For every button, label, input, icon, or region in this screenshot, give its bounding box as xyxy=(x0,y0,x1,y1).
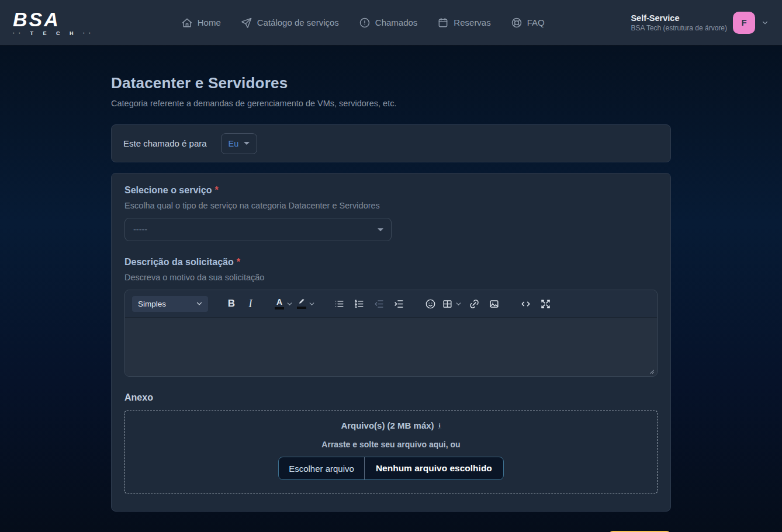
list-group xyxy=(331,295,407,312)
nav-item-catalogo[interactable]: Catálogo de serviços xyxy=(241,17,339,29)
emoji-icon[interactable] xyxy=(422,295,438,312)
chevron-down-icon[interactable] xyxy=(761,19,769,27)
nav-item-chamados[interactable]: Chamados xyxy=(359,17,418,29)
image-icon[interactable] xyxy=(486,295,502,312)
description-field-hint: Descreva o motivo da sua solicitação xyxy=(124,273,658,282)
nav-item-home[interactable]: Home xyxy=(181,17,221,29)
file-dropzone[interactable]: Arquivo(s) (2 MB máx) i Arraste e solte … xyxy=(124,411,658,493)
nav-item-reservas[interactable]: Reservas xyxy=(437,17,490,29)
bullet-list-icon[interactable] xyxy=(331,295,347,312)
highlight-color-icon[interactable] xyxy=(297,295,316,312)
calendar-icon xyxy=(437,17,449,29)
editor-content-area[interactable] xyxy=(125,318,657,376)
user-profile-name: Self-Service xyxy=(631,13,727,23)
resize-handle-icon[interactable] xyxy=(647,367,655,374)
paragraph-style-select[interactable]: Simples xyxy=(132,296,208,312)
nav-label: Catálogo de serviços xyxy=(257,18,339,27)
chevron-down-icon xyxy=(195,300,203,308)
page-subtitle: Categoria referente a demandas de gerenc… xyxy=(111,99,671,108)
logo-primary-text: BSA xyxy=(13,9,95,29)
page-content: Datacenter e Servidores Categoria refere… xyxy=(111,46,671,532)
main-nav: Home Catálogo de serviços Chamados Reser… xyxy=(181,17,545,29)
editor-toolbar: Simples B I A xyxy=(125,290,657,318)
page-title: Datacenter e Servidores xyxy=(111,74,671,92)
requester-selected-value: Eu xyxy=(229,139,239,148)
nav-item-faq[interactable]: FAQ xyxy=(511,17,545,29)
send-icon xyxy=(241,17,252,29)
tools-group xyxy=(517,295,553,312)
description-field: Descrição da solicitação* Descreva o mot… xyxy=(124,257,658,377)
nav-label: Chamados xyxy=(375,18,418,27)
service-field-label: Selecione o serviço xyxy=(124,185,212,195)
insert-group xyxy=(422,295,502,312)
service-select[interactable]: ----- xyxy=(124,218,392,241)
info-icon[interactable]: i xyxy=(438,422,441,429)
ticket-form-card: Selecione o serviço* Escolha qual o tipo… xyxy=(111,173,671,512)
fullscreen-icon[interactable] xyxy=(537,295,553,312)
user-entity: BSA Tech (estrutura de árvore) xyxy=(631,24,727,32)
lifebuoy-icon xyxy=(511,17,523,29)
caret-down-icon xyxy=(378,228,383,231)
user-menu[interactable]: Self-Service BSA Tech (estrutura de árvo… xyxy=(631,12,769,34)
file-input[interactable]: Escolher arquivo Nenhum arquivo escolhid… xyxy=(278,457,504,480)
user-texts: Self-Service BSA Tech (estrutura de árvo… xyxy=(631,13,727,32)
paragraph-style-value: Simples xyxy=(138,300,166,308)
link-icon[interactable] xyxy=(466,295,482,312)
logo-secondary-text: ·· T E C H ·· xyxy=(13,31,95,36)
caret-down-icon xyxy=(244,142,250,145)
chevron-down-icon xyxy=(455,300,462,308)
bsa-tech-logo[interactable]: BSA ·· T E C H ·· xyxy=(13,9,95,36)
bold-icon[interactable]: B xyxy=(223,295,240,312)
service-select-value: ----- xyxy=(133,225,147,234)
file-status-text: Nenhum arquivo escolhido xyxy=(365,457,503,479)
rich-text-editor: Simples B I A xyxy=(124,290,658,377)
top-navbar: BSA ·· T E C H ·· Home Catálogo de servi… xyxy=(0,0,782,46)
drop-caption: Arraste e solte seu arquivo aqui, ou xyxy=(131,440,651,449)
nav-label: FAQ xyxy=(527,18,545,27)
home-icon xyxy=(181,17,193,29)
text-color-icon[interactable]: A xyxy=(275,295,293,312)
description-field-label: Descrição da solicitação xyxy=(124,257,234,267)
attachment-label: Anexo xyxy=(124,392,658,403)
avatar[interactable]: F xyxy=(733,12,755,34)
requester-card: Este chamado é para Eu xyxy=(111,124,671,162)
indent-icon[interactable] xyxy=(390,295,407,312)
format-group: B I xyxy=(223,295,259,312)
required-asterisk: * xyxy=(237,257,240,267)
service-field-hint: Escolha qual o tipo de serviço na catego… xyxy=(124,201,658,210)
service-field: Selecione o serviço* Escolha qual o tipo… xyxy=(124,185,658,241)
files-caption: Arquivo(s) (2 MB máx) i xyxy=(341,420,441,430)
requester-select[interactable]: Eu xyxy=(221,133,258,154)
numbered-list-icon[interactable] xyxy=(351,295,367,312)
requester-label: Este chamado é para xyxy=(123,138,207,148)
code-icon[interactable] xyxy=(517,295,534,312)
table-icon[interactable] xyxy=(442,295,462,312)
chevron-down-icon xyxy=(286,300,293,308)
required-asterisk: * xyxy=(214,185,218,195)
color-group: A xyxy=(275,295,316,312)
choose-file-button[interactable]: Escolher arquivo xyxy=(279,457,365,479)
italic-icon[interactable]: I xyxy=(243,295,259,312)
attachment-field: Anexo Arquivo(s) (2 MB máx) i Arraste e … xyxy=(124,392,658,493)
nav-label: Reservas xyxy=(454,18,490,27)
chevron-down-icon xyxy=(308,300,316,308)
alert-circle-icon xyxy=(359,17,371,29)
files-caption-text: Arquivo(s) (2 MB máx) xyxy=(341,420,434,430)
nav-label: Home xyxy=(198,18,221,27)
outdent-icon xyxy=(371,295,387,312)
